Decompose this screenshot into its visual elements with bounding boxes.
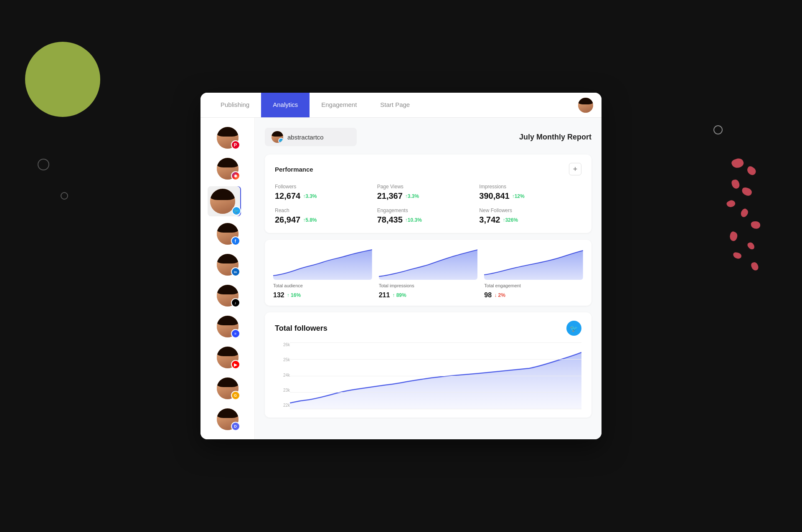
twitter-icon-badge: 🐦 xyxy=(566,321,581,336)
sidebar-item-google[interactable]: G xyxy=(214,375,241,402)
mini-chart-audience-change: ↑ 16% xyxy=(287,292,301,298)
top-nav: Publishing Analytics Engagement Start Pa… xyxy=(200,93,602,118)
mini-chart-audience: Total audience 132 ↑ 16% xyxy=(273,246,372,299)
performance-title: Performance xyxy=(275,166,313,173)
metric-new-followers-label: New Followers xyxy=(479,208,581,213)
badge-youtube: ▶ xyxy=(231,360,240,369)
sidebar-item-youtube[interactable]: ▶ xyxy=(214,344,241,371)
main-content: 🐦 abstractartco July Monthly Report Perf… xyxy=(255,118,602,439)
tab-publishing[interactable]: Publishing xyxy=(209,93,261,118)
followers-chart-svg xyxy=(290,342,581,409)
badge-instagram: ◉ xyxy=(231,171,240,180)
bg-circle-3 xyxy=(713,125,723,134)
badge-discord: D xyxy=(231,422,240,431)
y-label-22k: 22k xyxy=(275,403,290,408)
metrics-grid: Followers 12,674 ↑3.3% Page Views 21,367… xyxy=(275,184,581,225)
sidebar-item-tiktok[interactable]: ♪ xyxy=(214,282,241,309)
mini-chart-engagement: Total engagement 98 ↓ 2% xyxy=(484,246,583,299)
performance-card: Performance + Followers 12,674 ↑3.3% Pag… xyxy=(265,155,591,233)
metric-impressions-value: 390,841 xyxy=(479,191,509,201)
followers-chart-area xyxy=(290,342,581,409)
bg-blobs xyxy=(677,159,760,284)
followers-card-header: Total followers 🐦 xyxy=(275,321,581,336)
bg-circle-2 xyxy=(61,192,68,200)
avatar-twitter xyxy=(210,189,235,214)
mini-chart-impressions-change: ↑ 89% xyxy=(392,292,406,298)
sidebar-item-facebook[interactable]: f xyxy=(214,220,241,247)
report-title: July Monthly Report xyxy=(519,133,591,142)
total-followers-card: Total followers 🐦 26k 25k 24k 23k 22k xyxy=(265,312,591,418)
sidebar: P ◉ 🐦 f in xyxy=(200,118,255,439)
metric-pageviews-label: Page Views xyxy=(377,184,480,190)
bg-circle-1 xyxy=(38,159,49,170)
badge-twitter: 🐦 xyxy=(232,206,241,215)
metric-followers-value: 12,674 xyxy=(275,191,300,201)
sidebar-item-twitter[interactable]: 🐦 xyxy=(208,186,241,216)
tab-engagement[interactable]: Engagement xyxy=(310,93,368,118)
metric-pageviews-value: 21,367 xyxy=(377,191,403,201)
account-name: abstractartco xyxy=(287,134,324,141)
badge-facebook: f xyxy=(231,236,240,246)
mini-chart-impressions-value: 211 xyxy=(379,291,390,299)
metric-reach-value: 26,947 xyxy=(275,215,300,225)
metric-reach: Reach 26,947 ↑5.8% xyxy=(275,208,377,225)
account-row: 🐦 abstractartco July Monthly Report xyxy=(265,128,591,146)
badge-buffer: ≡ xyxy=(231,329,240,338)
mini-chart-engagement-change: ↓ 2% xyxy=(494,292,505,298)
metric-followers: Followers 12,674 ↑3.3% xyxy=(275,184,377,201)
account-avatar-img: 🐦 xyxy=(272,131,283,143)
app-container: Publishing Analytics Engagement Start Pa… xyxy=(200,93,602,439)
tab-analytics[interactable]: Analytics xyxy=(261,93,310,117)
performance-card-header: Performance + xyxy=(275,163,581,175)
metric-followers-label: Followers xyxy=(275,184,377,190)
mini-chart-audience-value: 132 xyxy=(273,291,284,299)
metric-pageviews-change: ↑3.3% xyxy=(405,193,419,199)
y-axis: 26k 25k 24k 23k 22k xyxy=(275,342,290,409)
metric-new-followers-change: ↑326% xyxy=(503,217,518,223)
mini-charts-card: Total audience 132 ↑ 16% xyxy=(265,240,591,306)
metric-reach-change: ↑5.8% xyxy=(303,217,317,223)
metric-reach-label: Reach xyxy=(275,208,377,213)
metric-followers-change: ↑3.3% xyxy=(303,193,317,199)
mini-chart-impressions-area xyxy=(379,246,478,280)
mini-chart-impressions-label: Total impressions xyxy=(379,283,478,288)
sidebar-item-linkedin[interactable]: in xyxy=(214,251,241,278)
sidebar-item-buffer[interactable]: ≡ xyxy=(214,313,241,340)
metric-new-followers: New Followers 3,742 ↑326% xyxy=(479,208,581,225)
nav-avatar[interactable] xyxy=(578,93,593,117)
mini-chart-engagement-value: 98 xyxy=(484,291,492,299)
sidebar-item-instagram[interactable]: ◉ xyxy=(214,155,241,182)
charts-grid: Total audience 132 ↑ 16% xyxy=(273,246,583,299)
metric-engagements-change: ↑10.3% xyxy=(405,217,422,223)
y-label-23k: 23k xyxy=(275,388,290,393)
metric-new-followers-value: 3,742 xyxy=(479,215,500,225)
followers-title: Total followers xyxy=(275,324,327,333)
account-selector[interactable]: 🐦 abstractartco xyxy=(265,128,357,146)
metric-engagements: Engagements 78,435 ↑10.3% xyxy=(377,208,480,225)
metric-impressions-label: Impressions xyxy=(479,184,581,190)
badge-linkedin: in xyxy=(231,267,240,276)
y-label-26k: 26k xyxy=(275,342,290,347)
metric-pageviews: Page Views 21,367 ↑3.3% xyxy=(377,184,480,201)
metric-impressions-change: ↑12% xyxy=(512,193,525,199)
main-layout: P ◉ 🐦 f in xyxy=(200,118,602,439)
mini-chart-impressions: Total impressions 211 ↑ 89% xyxy=(379,246,478,299)
user-avatar xyxy=(578,98,593,113)
badge-tiktok: ♪ xyxy=(231,298,240,307)
metric-impressions: Impressions 390,841 ↑12% xyxy=(479,184,581,201)
bg-decoration-green xyxy=(25,42,100,117)
sidebar-item-pinterest[interactable]: P xyxy=(214,124,241,151)
mini-chart-audience-label: Total audience xyxy=(273,283,372,288)
badge-google: G xyxy=(231,391,240,400)
y-label-25k: 25k xyxy=(275,357,290,362)
mini-chart-engagement-label: Total engagement xyxy=(484,283,583,288)
account-twitter-indicator: 🐦 xyxy=(278,138,283,143)
tab-start-page[interactable]: Start Page xyxy=(368,93,421,118)
sidebar-item-discord[interactable]: D xyxy=(214,406,241,433)
mini-chart-engagement-area xyxy=(484,246,583,280)
badge-pinterest: P xyxy=(231,140,240,149)
metric-engagements-label: Engagements xyxy=(377,208,480,213)
mini-chart-audience-area xyxy=(273,246,372,280)
metric-engagements-value: 78,435 xyxy=(377,215,403,225)
add-metric-button[interactable]: + xyxy=(569,163,581,175)
